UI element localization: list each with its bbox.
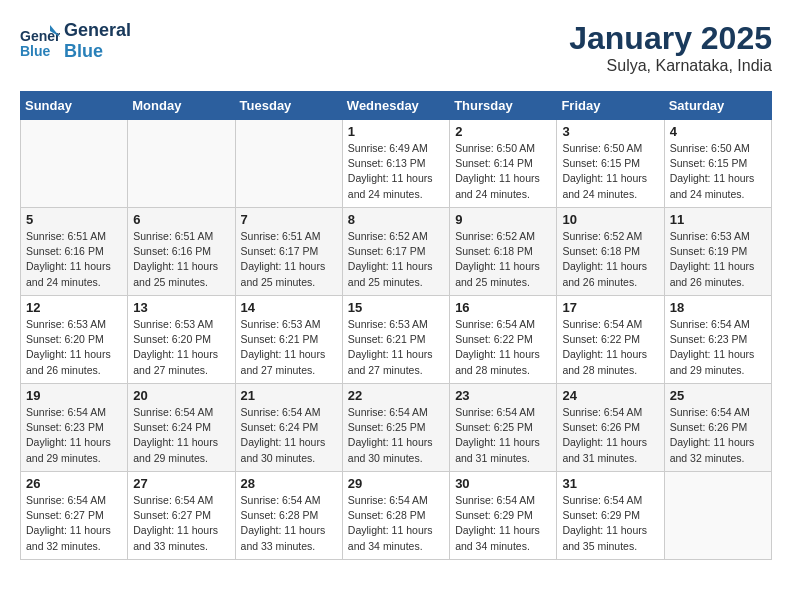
calendar-cell: 11Sunrise: 6:53 AMSunset: 6:19 PMDayligh… (664, 208, 771, 296)
day-number: 3 (562, 124, 658, 139)
day-number: 22 (348, 388, 444, 403)
logo: General Blue General Blue (20, 20, 131, 62)
weekday-header-tuesday: Tuesday (235, 92, 342, 120)
day-info: Sunrise: 6:53 AMSunset: 6:20 PMDaylight:… (26, 317, 122, 378)
calendar-cell: 14Sunrise: 6:53 AMSunset: 6:21 PMDayligh… (235, 296, 342, 384)
day-number: 21 (241, 388, 337, 403)
day-info: Sunrise: 6:50 AMSunset: 6:14 PMDaylight:… (455, 141, 551, 202)
calendar-cell: 18Sunrise: 6:54 AMSunset: 6:23 PMDayligh… (664, 296, 771, 384)
calendar-cell: 9Sunrise: 6:52 AMSunset: 6:18 PMDaylight… (450, 208, 557, 296)
calendar-cell: 19Sunrise: 6:54 AMSunset: 6:23 PMDayligh… (21, 384, 128, 472)
day-info: Sunrise: 6:54 AMSunset: 6:27 PMDaylight:… (133, 493, 229, 554)
calendar-week-2: 5Sunrise: 6:51 AMSunset: 6:16 PMDaylight… (21, 208, 772, 296)
calendar-cell: 15Sunrise: 6:53 AMSunset: 6:21 PMDayligh… (342, 296, 449, 384)
day-number: 17 (562, 300, 658, 315)
calendar-cell (128, 120, 235, 208)
day-number: 31 (562, 476, 658, 491)
calendar-cell: 10Sunrise: 6:52 AMSunset: 6:18 PMDayligh… (557, 208, 664, 296)
day-info: Sunrise: 6:54 AMSunset: 6:29 PMDaylight:… (562, 493, 658, 554)
calendar-cell: 2Sunrise: 6:50 AMSunset: 6:14 PMDaylight… (450, 120, 557, 208)
day-number: 18 (670, 300, 766, 315)
day-number: 13 (133, 300, 229, 315)
calendar-cell (235, 120, 342, 208)
calendar-cell: 20Sunrise: 6:54 AMSunset: 6:24 PMDayligh… (128, 384, 235, 472)
day-info: Sunrise: 6:54 AMSunset: 6:26 PMDaylight:… (670, 405, 766, 466)
calendar-cell: 3Sunrise: 6:50 AMSunset: 6:15 PMDaylight… (557, 120, 664, 208)
day-number: 12 (26, 300, 122, 315)
page-header: General Blue General Blue January 2025 S… (20, 20, 772, 75)
calendar-cell: 30Sunrise: 6:54 AMSunset: 6:29 PMDayligh… (450, 472, 557, 560)
logo-icon: General Blue (20, 23, 60, 59)
day-number: 11 (670, 212, 766, 227)
title-block: January 2025 Sulya, Karnataka, India (569, 20, 772, 75)
day-number: 14 (241, 300, 337, 315)
calendar-cell (664, 472, 771, 560)
day-info: Sunrise: 6:54 AMSunset: 6:28 PMDaylight:… (241, 493, 337, 554)
day-number: 8 (348, 212, 444, 227)
day-number: 20 (133, 388, 229, 403)
calendar-week-3: 12Sunrise: 6:53 AMSunset: 6:20 PMDayligh… (21, 296, 772, 384)
day-info: Sunrise: 6:51 AMSunset: 6:16 PMDaylight:… (26, 229, 122, 290)
day-info: Sunrise: 6:52 AMSunset: 6:17 PMDaylight:… (348, 229, 444, 290)
day-number: 4 (670, 124, 766, 139)
day-number: 26 (26, 476, 122, 491)
day-info: Sunrise: 6:54 AMSunset: 6:24 PMDaylight:… (133, 405, 229, 466)
weekday-header-thursday: Thursday (450, 92, 557, 120)
day-info: Sunrise: 6:54 AMSunset: 6:22 PMDaylight:… (562, 317, 658, 378)
calendar-cell: 27Sunrise: 6:54 AMSunset: 6:27 PMDayligh… (128, 472, 235, 560)
day-number: 28 (241, 476, 337, 491)
day-number: 15 (348, 300, 444, 315)
day-info: Sunrise: 6:50 AMSunset: 6:15 PMDaylight:… (562, 141, 658, 202)
day-info: Sunrise: 6:54 AMSunset: 6:28 PMDaylight:… (348, 493, 444, 554)
day-number: 27 (133, 476, 229, 491)
day-info: Sunrise: 6:54 AMSunset: 6:24 PMDaylight:… (241, 405, 337, 466)
day-number: 16 (455, 300, 551, 315)
calendar-cell: 22Sunrise: 6:54 AMSunset: 6:25 PMDayligh… (342, 384, 449, 472)
day-info: Sunrise: 6:54 AMSunset: 6:22 PMDaylight:… (455, 317, 551, 378)
day-number: 5 (26, 212, 122, 227)
calendar-cell (21, 120, 128, 208)
logo-line1: General (64, 20, 131, 41)
day-number: 29 (348, 476, 444, 491)
weekday-header-monday: Monday (128, 92, 235, 120)
day-number: 2 (455, 124, 551, 139)
calendar-cell: 5Sunrise: 6:51 AMSunset: 6:16 PMDaylight… (21, 208, 128, 296)
day-number: 10 (562, 212, 658, 227)
day-number: 30 (455, 476, 551, 491)
day-number: 24 (562, 388, 658, 403)
calendar-cell: 1Sunrise: 6:49 AMSunset: 6:13 PMDaylight… (342, 120, 449, 208)
calendar-cell: 16Sunrise: 6:54 AMSunset: 6:22 PMDayligh… (450, 296, 557, 384)
calendar-cell: 12Sunrise: 6:53 AMSunset: 6:20 PMDayligh… (21, 296, 128, 384)
calendar-cell: 7Sunrise: 6:51 AMSunset: 6:17 PMDaylight… (235, 208, 342, 296)
calendar-cell: 13Sunrise: 6:53 AMSunset: 6:20 PMDayligh… (128, 296, 235, 384)
day-info: Sunrise: 6:53 AMSunset: 6:20 PMDaylight:… (133, 317, 229, 378)
day-info: Sunrise: 6:54 AMSunset: 6:25 PMDaylight:… (455, 405, 551, 466)
day-number: 1 (348, 124, 444, 139)
day-info: Sunrise: 6:53 AMSunset: 6:19 PMDaylight:… (670, 229, 766, 290)
weekday-header-saturday: Saturday (664, 92, 771, 120)
day-info: Sunrise: 6:53 AMSunset: 6:21 PMDaylight:… (348, 317, 444, 378)
day-info: Sunrise: 6:51 AMSunset: 6:17 PMDaylight:… (241, 229, 337, 290)
calendar-cell: 4Sunrise: 6:50 AMSunset: 6:15 PMDaylight… (664, 120, 771, 208)
location-subtitle: Sulya, Karnataka, India (569, 57, 772, 75)
weekday-header-wednesday: Wednesday (342, 92, 449, 120)
calendar-cell: 29Sunrise: 6:54 AMSunset: 6:28 PMDayligh… (342, 472, 449, 560)
calendar-cell: 31Sunrise: 6:54 AMSunset: 6:29 PMDayligh… (557, 472, 664, 560)
day-info: Sunrise: 6:54 AMSunset: 6:23 PMDaylight:… (26, 405, 122, 466)
day-info: Sunrise: 6:49 AMSunset: 6:13 PMDaylight:… (348, 141, 444, 202)
day-info: Sunrise: 6:52 AMSunset: 6:18 PMDaylight:… (562, 229, 658, 290)
day-info: Sunrise: 6:52 AMSunset: 6:18 PMDaylight:… (455, 229, 551, 290)
calendar-week-1: 1Sunrise: 6:49 AMSunset: 6:13 PMDaylight… (21, 120, 772, 208)
calendar-cell: 28Sunrise: 6:54 AMSunset: 6:28 PMDayligh… (235, 472, 342, 560)
calendar-cell: 25Sunrise: 6:54 AMSunset: 6:26 PMDayligh… (664, 384, 771, 472)
calendar-cell: 17Sunrise: 6:54 AMSunset: 6:22 PMDayligh… (557, 296, 664, 384)
logo-line2: Blue (64, 41, 131, 62)
day-info: Sunrise: 6:54 AMSunset: 6:26 PMDaylight:… (562, 405, 658, 466)
day-info: Sunrise: 6:53 AMSunset: 6:21 PMDaylight:… (241, 317, 337, 378)
day-info: Sunrise: 6:54 AMSunset: 6:29 PMDaylight:… (455, 493, 551, 554)
weekday-header-sunday: Sunday (21, 92, 128, 120)
day-info: Sunrise: 6:50 AMSunset: 6:15 PMDaylight:… (670, 141, 766, 202)
calendar-cell: 6Sunrise: 6:51 AMSunset: 6:16 PMDaylight… (128, 208, 235, 296)
day-number: 25 (670, 388, 766, 403)
calendar-cell: 21Sunrise: 6:54 AMSunset: 6:24 PMDayligh… (235, 384, 342, 472)
